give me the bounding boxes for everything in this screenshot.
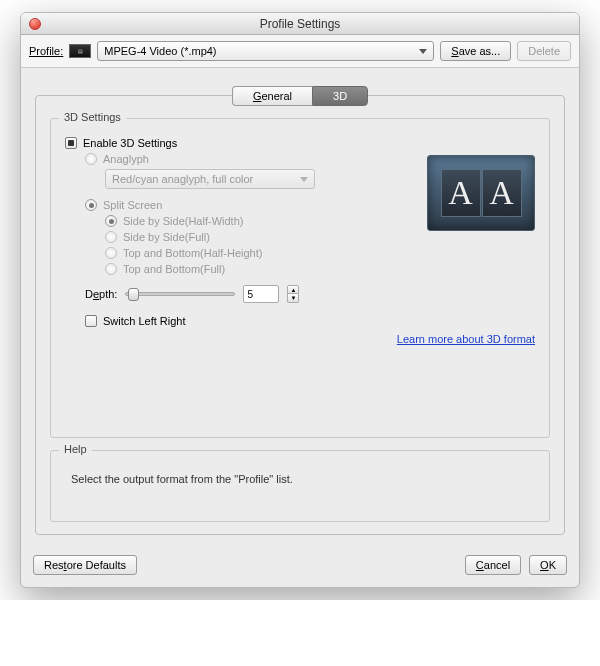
anaglyph-radio[interactable] bbox=[85, 153, 97, 165]
cancel-button[interactable]: Cancel bbox=[465, 555, 521, 575]
restore-defaults-button[interactable]: Restore Defaults bbox=[33, 555, 137, 575]
stepper-down-icon[interactable]: ▼ bbox=[287, 294, 299, 303]
sbs-full-row: Side by Side(Full) bbox=[105, 231, 535, 243]
slider-thumb[interactable] bbox=[128, 288, 139, 301]
sbs-full-radio[interactable] bbox=[105, 231, 117, 243]
titlebar: Profile Settings bbox=[21, 13, 579, 35]
tb-half-label: Top and Bottom(Half-Height) bbox=[123, 247, 262, 259]
bottom-bar: Restore Defaults Cancel OK bbox=[21, 547, 579, 587]
anaglyph-label: Anaglyph bbox=[103, 153, 149, 165]
switch-lr-row: Switch Left Right bbox=[85, 315, 535, 327]
tb-half-radio[interactable] bbox=[105, 247, 117, 259]
switch-lr-checkbox[interactable] bbox=[85, 315, 97, 327]
stepper-up-icon[interactable]: ▲ bbox=[287, 285, 299, 294]
help-group: Help Select the output format from the "… bbox=[50, 450, 550, 522]
profile-settings-window: Profile Settings Profile: ▤ MPEG-4 Video… bbox=[20, 12, 580, 588]
split-screen-label: Split Screen bbox=[103, 199, 162, 211]
anaglyph-mode-value: Red/cyan anaglyph, full color bbox=[112, 173, 253, 185]
group-title: 3D Settings bbox=[59, 111, 126, 123]
enable-3d-row: Enable 3D Settings bbox=[65, 137, 535, 149]
chevron-down-icon bbox=[300, 177, 308, 182]
depth-stepper[interactable]: ▲ ▼ bbox=[287, 285, 299, 303]
split-screen-radio[interactable] bbox=[85, 199, 97, 211]
depth-row: Depth: 5 ▲ ▼ bbox=[85, 285, 535, 303]
ok-button[interactable]: OK bbox=[529, 555, 567, 575]
sbs-full-label: Side by Side(Full) bbox=[123, 231, 210, 243]
tabs: General 3D bbox=[35, 86, 565, 106]
body: General 3D 3D Settings Enable 3D Setting… bbox=[21, 68, 579, 547]
tb-full-label: Top and Bottom(Full) bbox=[123, 263, 225, 275]
switch-lr-label: Switch Left Right bbox=[103, 315, 186, 327]
3d-preview: A A bbox=[427, 155, 535, 231]
preview-right-glyph: A bbox=[482, 169, 522, 217]
learn-more-link[interactable]: Learn more about 3D format bbox=[397, 333, 535, 345]
tb-full-radio[interactable] bbox=[105, 263, 117, 275]
close-icon[interactable] bbox=[29, 18, 41, 30]
save-as-button[interactable]: Save as... bbox=[440, 41, 511, 61]
profile-toolbar: Profile: ▤ MPEG-4 Video (*.mp4) Save as.… bbox=[21, 35, 579, 68]
profile-value: MPEG-4 Video (*.mp4) bbox=[104, 45, 216, 57]
enable-3d-label: Enable 3D Settings bbox=[83, 137, 177, 149]
help-text: Select the output format from the "Profi… bbox=[65, 465, 535, 509]
tb-half-row: Top and Bottom(Half-Height) bbox=[105, 247, 535, 259]
enable-3d-checkbox[interactable] bbox=[65, 137, 77, 149]
help-title: Help bbox=[59, 443, 92, 455]
tab-general[interactable]: General bbox=[232, 86, 312, 106]
tb-full-row: Top and Bottom(Full) bbox=[105, 263, 535, 275]
tab-panel: 3D Settings Enable 3D Settings Anaglyph … bbox=[35, 95, 565, 535]
depth-slider[interactable] bbox=[125, 292, 235, 296]
profile-select[interactable]: MPEG-4 Video (*.mp4) bbox=[97, 41, 434, 61]
delete-button: Delete bbox=[517, 41, 571, 61]
preview-left-glyph: A bbox=[441, 169, 481, 217]
sbs-half-label: Side by Side(Half-Width) bbox=[123, 215, 243, 227]
window-title: Profile Settings bbox=[260, 17, 341, 31]
depth-input[interactable]: 5 bbox=[243, 285, 279, 303]
profile-label: Profile: bbox=[29, 45, 63, 57]
sbs-half-radio[interactable] bbox=[105, 215, 117, 227]
format-icon: ▤ bbox=[69, 44, 91, 58]
anaglyph-mode-select: Red/cyan anaglyph, full color bbox=[105, 169, 315, 189]
3d-settings-group: 3D Settings Enable 3D Settings Anaglyph … bbox=[50, 118, 550, 438]
chevron-down-icon bbox=[419, 49, 427, 54]
tab-3d[interactable]: 3D bbox=[312, 86, 368, 106]
depth-label: Depth: bbox=[85, 288, 117, 300]
